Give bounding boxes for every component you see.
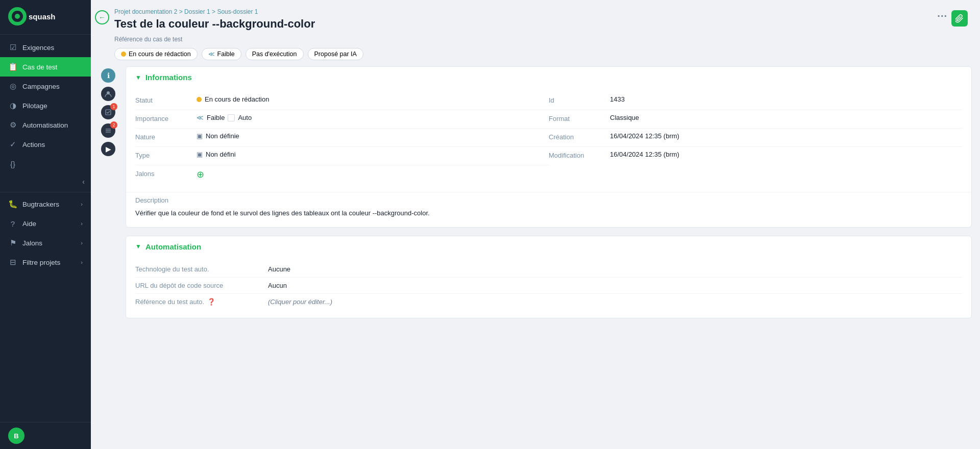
chevron-down-icon: ▼ xyxy=(135,243,141,250)
sidebar-item-bugtrackers[interactable]: 🐛 Bugtrackers › xyxy=(0,194,91,214)
jalons-value: ⊕ xyxy=(197,169,204,180)
statut-row: Statut En cours de rédaction xyxy=(135,92,549,110)
chevron-right-icon: › xyxy=(81,201,83,207)
id-row: Id 1433 xyxy=(549,92,962,110)
status-dot-icon xyxy=(121,52,126,57)
statut-text: En cours de rédaction xyxy=(205,95,269,103)
sidebar-item-aide[interactable]: ? Aide › xyxy=(0,214,91,233)
technologie-label: Technologie du test auto. xyxy=(135,265,268,273)
chevron-right-icon: › xyxy=(81,220,83,227)
sidebar-item-label: Jalons xyxy=(22,239,42,247)
person-panel-icon[interactable] xyxy=(101,87,115,101)
sidebar-item-campagnes[interactable]: ◎ Campagnes xyxy=(0,77,91,96)
informations-section: ▼ Informations Statut En cours de rédact… xyxy=(126,66,972,228)
sidebar-item-label: Cas de test xyxy=(22,63,57,71)
auto-checkbox[interactable] xyxy=(228,114,235,121)
nature-icon: ▣ xyxy=(197,132,203,140)
jalons-row: Jalons ⊕ xyxy=(135,165,549,184)
execution-badge-label: Pas d'exécution xyxy=(252,51,297,58)
importance-arrows-icon: ≪ xyxy=(197,114,204,121)
exigences-icon: ☑ xyxy=(8,43,17,52)
sidebar-item-exigences[interactable]: ☑ Exigences xyxy=(0,38,91,57)
importance-row: Importance ≪ Faible Auto xyxy=(135,110,549,129)
status-badge[interactable]: En cours de rédaction xyxy=(114,48,198,60)
id-label: Id xyxy=(549,95,610,104)
creation-row: Création 16/04/2024 12:35 (brm) xyxy=(549,129,962,147)
check-panel-icon-wrapper: 1 xyxy=(101,105,115,119)
sidebar-collapse-button[interactable]: ‹ xyxy=(0,173,91,190)
help-icon[interactable]: ❓ xyxy=(207,298,215,306)
content-area: ℹ 1 xyxy=(91,66,980,449)
importance-value: ≪ Faible Auto xyxy=(197,114,252,121)
auto-label: Auto xyxy=(238,114,252,121)
execution-badge[interactable]: Pas d'exécution xyxy=(246,48,304,60)
type-value: ▣ Non défini xyxy=(197,151,236,158)
header-content: Projet documentation 2 > Dossier 1 > Sou… xyxy=(114,8,932,60)
format-label: Format xyxy=(549,114,610,122)
main-content: ← Projet documentation 2 > Dossier 1 > S… xyxy=(91,0,980,449)
description-section: Description Vérifier que la couleur de f… xyxy=(126,192,971,227)
play-panel-icon[interactable]: ▶ xyxy=(101,142,115,156)
avatar[interactable]: B xyxy=(8,428,24,444)
sidebar-item-jalons[interactable]: ⚑ Jalons › xyxy=(0,233,91,253)
importance-badge[interactable]: ≪ Faible xyxy=(202,48,241,60)
status-badge-label: En cours de rédaction xyxy=(129,51,191,58)
sidebar-item-braces[interactable]: {} xyxy=(0,154,91,173)
automatisation-section: ▼ Automatisation Technologie du test aut… xyxy=(126,236,972,318)
sidebar-item-pilotage[interactable]: ◑ Pilotage xyxy=(0,96,91,115)
back-button[interactable]: ← xyxy=(95,10,109,24)
filtre-icon: ⊟ xyxy=(8,258,17,267)
status-badges: En cours de rédaction ≪ Faible Pas d'exé… xyxy=(114,48,932,60)
ref-label: Référence du cas de test xyxy=(114,36,932,43)
ref-test-value[interactable]: (Cliquer pour éditer...) xyxy=(268,298,332,306)
sidebar-item-label: Automatisation xyxy=(22,121,68,129)
sidebar-item-label: Pilotage xyxy=(22,102,47,110)
sidebar-item-label: Filtre projets xyxy=(22,259,60,266)
sidebar-item-label: Aide xyxy=(22,220,36,228)
description-text: Vérifier que la couleur de fond et le su… xyxy=(135,208,962,219)
sidebar-bottom: B xyxy=(0,422,91,449)
ia-badge-label: Proposé par IA xyxy=(314,51,357,58)
add-jalon-icon[interactable]: ⊕ xyxy=(197,169,204,180)
sidebar-item-filtre-projets[interactable]: ⊟ Filtre projets › xyxy=(0,253,91,272)
info-grid: Statut En cours de rédaction Importance … xyxy=(126,88,971,192)
auto-grid: Technologie du test auto. Aucune URL du … xyxy=(126,257,971,318)
check-badge-count: 1 xyxy=(110,103,117,110)
status-indicator xyxy=(197,97,202,102)
list-badge-count: 2 xyxy=(110,121,117,129)
sidebar-item-cas-de-test[interactable]: 📋 Cas de test xyxy=(0,57,91,77)
automatisation-section-header[interactable]: ▼ Automatisation xyxy=(126,236,971,257)
nature-label: Nature xyxy=(135,132,197,141)
sidebar-item-label: Exigences xyxy=(22,44,54,52)
attach-button[interactable] xyxy=(951,10,968,27)
page-header: ← Projet documentation 2 > Dossier 1 > S… xyxy=(91,0,980,66)
sidebar-nav: ☑ Exigences 📋 Cas de test ◎ Campagnes ◑ … xyxy=(0,35,91,422)
modification-value: 16/04/2024 12:35 (brm) xyxy=(610,151,679,158)
nature-text: Non définie xyxy=(206,132,239,140)
braces-icon: {} xyxy=(8,159,17,168)
logo[interactable]: squash xyxy=(0,0,91,35)
header-actions: ··· xyxy=(937,8,968,27)
info-panel-icon[interactable]: ℹ xyxy=(101,68,115,83)
ia-badge[interactable]: Proposé par IA xyxy=(308,48,363,60)
info-col-left: Statut En cours de rédaction Importance … xyxy=(135,92,549,184)
format-row: Format Classique xyxy=(549,110,962,129)
sidebar-item-label: Campagnes xyxy=(22,83,60,90)
modification-row: Modification 16/04/2024 12:35 (brm) xyxy=(549,147,962,165)
importance-label: Importance xyxy=(135,114,197,122)
list-panel-icon-wrapper: 2 xyxy=(101,123,115,138)
url-depot-label: URL du dépôt de code source xyxy=(135,282,268,289)
ref-test-label: Référence du test auto. ❓ xyxy=(135,298,268,306)
more-options-button[interactable]: ··· xyxy=(937,10,947,22)
jalons-icon: ⚑ xyxy=(8,238,17,247)
informations-section-header[interactable]: ▼ Informations xyxy=(126,67,971,88)
technologie-value: Aucune xyxy=(268,265,290,273)
pilotage-icon: ◑ xyxy=(8,101,17,110)
sidebar-item-automatisation[interactable]: ⚙ Automatisation xyxy=(0,115,91,135)
sidebar-item-actions[interactable]: ✓ Actions xyxy=(0,135,91,154)
bugtrackers-icon: 🐛 xyxy=(8,199,17,209)
type-row: Type ▣ Non défini xyxy=(135,147,549,165)
type-icon: ▣ xyxy=(197,151,203,158)
nature-row: Nature ▣ Non définie xyxy=(135,129,549,147)
jalons-label: Jalons xyxy=(135,169,197,178)
